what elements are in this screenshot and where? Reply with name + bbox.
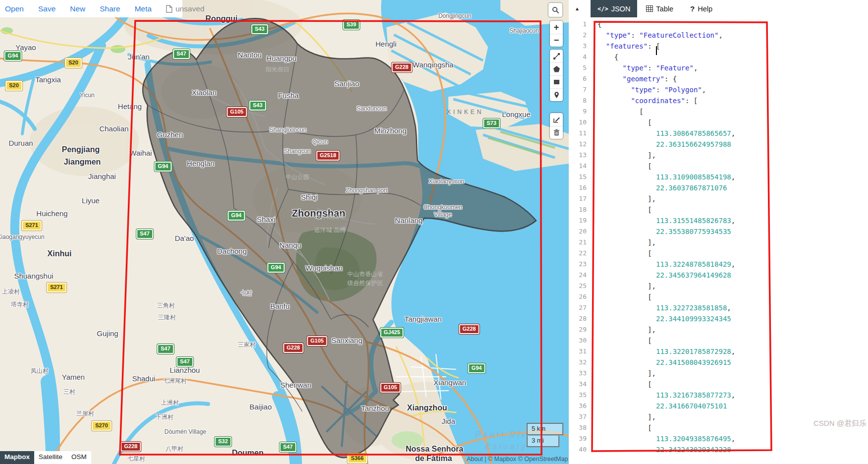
editor-line: 34 [ <box>569 379 868 390</box>
basemap-button-osm[interactable]: OSM <box>67 451 91 464</box>
map-attribution[interactable]: About | © Mapbox © OpenStreetMap <box>467 456 568 463</box>
basemap-button-mapbox[interactable]: Mapbox <box>0 451 34 464</box>
editor-line: 23 113.32248785818429, <box>569 259 868 270</box>
search-control[interactable] <box>548 3 562 17</box>
tab-json[interactable]: </> JSON <box>591 0 637 17</box>
editor-line: 24 22.345637964149628 <box>569 270 868 281</box>
editor-line: 32 22.341508043926915 <box>569 357 868 368</box>
editor-line: 14 [ <box>569 161 868 172</box>
editor-line: 18 [ <box>569 204 868 215</box>
menu-save[interactable]: Save <box>38 4 55 13</box>
editor-line: 27 113.3227238581858, <box>569 302 868 313</box>
editor-line: 35 113.32167385877273, <box>569 390 868 401</box>
editor-line: 12 22.363156624957988 <box>569 139 868 150</box>
editor-line: 39 113.32049385876495, <box>569 433 868 444</box>
scale-km: 5 km <box>527 423 563 435</box>
menu-meta[interactable]: Meta <box>135 4 152 13</box>
editor-line: 10 [ <box>569 117 868 128</box>
save-status: unsaved <box>166 4 205 13</box>
draw-marker-icon[interactable] <box>550 88 563 101</box>
draw-polygon-icon[interactable] <box>550 62 563 75</box>
editor-line: 8 "coordinates": [ <box>569 95 868 106</box>
panel-tab-bar: ▲ </> JSON Table ? Help <box>569 0 868 17</box>
zoom-out-button[interactable]: − <box>550 34 563 47</box>
editor-line: 15 113.31090085854198, <box>569 172 868 182</box>
editor-line: 16 22.36037867871076 <box>569 182 868 193</box>
draw-toolbar <box>550 50 563 101</box>
editor-line: 26 [ <box>569 291 868 302</box>
map-graphics <box>0 0 569 464</box>
search-icon[interactable] <box>548 3 562 17</box>
editor-line: 3 "features": [ <box>569 41 868 52</box>
editor-line: 21 ], <box>569 237 868 248</box>
editor-line: 13 ], <box>569 150 868 161</box>
tab-table[interactable]: Table <box>639 0 680 17</box>
editor-line: 19 113.31551485826783, <box>569 215 868 226</box>
editor-line: 28 22.344109993324345 <box>569 313 868 324</box>
editor-line: 33 ], <box>569 368 868 379</box>
zoom-in-button[interactable]: + <box>550 21 563 34</box>
basemap-button-satellite[interactable]: Satellite <box>34 451 67 464</box>
zoom-control: + − <box>550 21 563 47</box>
editor-line: 6 "geometry": { <box>569 73 868 84</box>
json-editor[interactable]: 1{2 "type": "FeatureCollection",3 "featu… <box>569 17 868 464</box>
editor-line: 31 113.32201785872928, <box>569 346 868 357</box>
text-cursor <box>656 46 657 55</box>
editor-line: 4 { <box>569 52 868 62</box>
table-icon <box>646 5 653 12</box>
edit-toolbar <box>550 113 563 139</box>
edit-icon[interactable] <box>550 113 563 126</box>
trash-icon[interactable] <box>550 126 563 139</box>
editor-line: 2 "type": "FeatureCollection", <box>569 30 868 41</box>
file-icon <box>166 5 172 13</box>
editor-line: 40 22.342243029342228 <box>569 444 868 455</box>
map-canvas[interactable]: RongguiJun'anNantouHuangpuHengliWanqings… <box>0 0 569 464</box>
unsaved-label: unsaved <box>175 4 205 13</box>
editor-line: 25 ], <box>569 281 868 291</box>
editor-line: 20 22.355380775934535 <box>569 226 868 237</box>
menu-open[interactable]: Open <box>5 4 24 13</box>
editor-line: 30 [ <box>569 335 868 346</box>
menu-new[interactable]: New <box>70 4 85 13</box>
collapse-panel-icon[interactable]: ▲ <box>571 6 584 11</box>
editor-line: 9 [ <box>569 106 868 117</box>
editor-line: 11 113.30864785865657, <box>569 128 868 139</box>
data-panel: ▲ </> JSON Table ? Help 1{2 "type": "Fea… <box>569 0 868 464</box>
basemap-switcher: MapboxSatelliteOSM <box>0 451 91 464</box>
editor-line: 5 "type": "Feature", <box>569 62 868 73</box>
editor-line: 1{ <box>569 19 868 30</box>
editor-line: 17 ], <box>569 193 868 204</box>
editor-line: 36 22.34166704075101 <box>569 401 868 411</box>
editor-line: 29 ], <box>569 324 868 335</box>
code-icon: </> <box>597 5 608 12</box>
tab-help[interactable]: ? Help <box>683 0 719 17</box>
draw-rectangle-icon[interactable] <box>550 75 563 88</box>
top-menu-bar: Open Save New Share Meta unsaved <box>0 0 182 17</box>
editor-line: 22 [ <box>569 248 868 259</box>
watermark: CSDN @君归乐 <box>814 419 867 428</box>
scale-mi: 3 mi <box>527 436 559 447</box>
editor-line: 7 "type": "Polygon", <box>569 84 868 95</box>
help-icon: ? <box>690 4 695 13</box>
draw-line-icon[interactable] <box>550 50 563 62</box>
geojson-io-app: RongguiJun'anNantouHuangpuHengliWanqings… <box>0 0 868 464</box>
menu-share[interactable]: Share <box>100 4 120 13</box>
